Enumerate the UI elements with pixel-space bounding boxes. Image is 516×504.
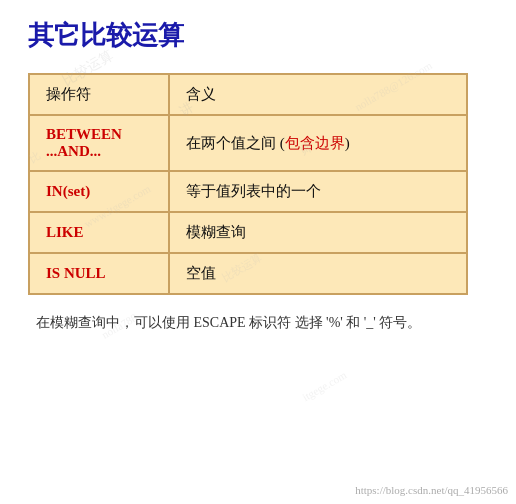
table-row: IS NULL 空值 — [29, 253, 467, 294]
table-row: IN(set) 等于值列表中的一个 — [29, 171, 467, 212]
table-row: BETWEEN...AND... 在两个值之间 (包含边界) — [29, 115, 467, 171]
operator-in: IN(set) — [29, 171, 169, 212]
note-text: 在模糊查询中，可以使用 ESCAPE 标识符 选择 '%' 和 '_' 符号。 — [28, 311, 488, 335]
operator-like: LIKE — [29, 212, 169, 253]
header-meaning: 含义 — [169, 74, 467, 115]
meaning-like: 模糊查询 — [169, 212, 467, 253]
meaning-isnull: 空值 — [169, 253, 467, 294]
operator-isnull: IS NULL — [29, 253, 169, 294]
operator-between: BETWEEN...AND... — [29, 115, 169, 171]
meaning-in: 等于值列表中的一个 — [169, 171, 467, 212]
comparison-table: 操作符 含义 BETWEEN...AND... 在两个值之间 (包含边界) IN… — [28, 73, 468, 295]
meaning-between: 在两个值之间 (包含边界) — [169, 115, 467, 171]
page-title: 其它比较运算 — [0, 0, 516, 63]
highlight-between: 包含边界 — [285, 135, 345, 151]
content-area: 操作符 含义 BETWEEN...AND... 在两个值之间 (包含边界) IN… — [0, 63, 516, 345]
header-operator: 操作符 — [29, 74, 169, 115]
url-watermark: https://blog.csdn.net/qq_41956566 — [355, 484, 508, 496]
table-row: LIKE 模糊查询 — [29, 212, 467, 253]
table-header-row: 操作符 含义 — [29, 74, 467, 115]
